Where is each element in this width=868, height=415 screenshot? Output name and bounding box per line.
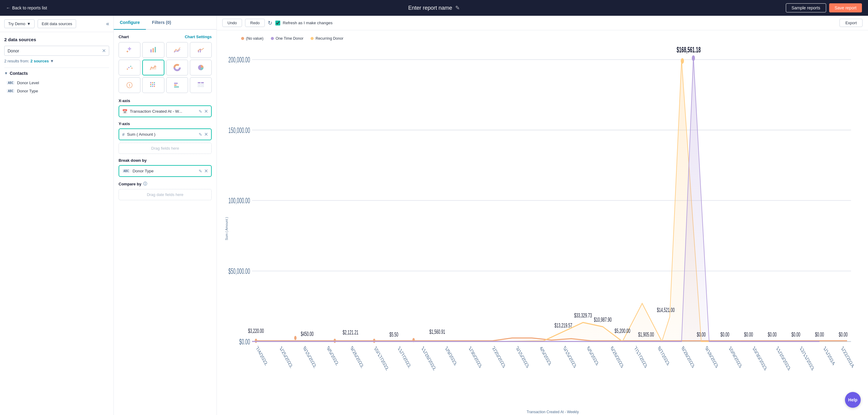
pie-chart-icon xyxy=(197,64,205,71)
y-axis-field-label: Sum ( Amount ) xyxy=(127,132,196,137)
x-axis-edit-icon[interactable]: ✎ xyxy=(199,109,202,114)
chart-type-line-stacked[interactable] xyxy=(166,42,188,58)
svg-rect-16 xyxy=(150,82,151,83)
chart-container: Sum ( Amount ) $200,000.00 $150,000.00 $… xyxy=(223,45,859,412)
chart-type-bar[interactable] xyxy=(142,42,164,58)
donor-level-field[interactable]: ABC Donor Level xyxy=(4,79,109,87)
undo-button[interactable]: Undo xyxy=(222,19,242,27)
donut-chart-icon xyxy=(174,64,181,71)
svg-text:6/5/2023: 6/5/2023 xyxy=(586,344,599,367)
chart-settings-link[interactable]: Chart Settings xyxy=(185,35,212,39)
edit-report-name-icon[interactable]: ✎ xyxy=(455,5,460,11)
svg-text:1/22/2024: 1/22/2024 xyxy=(841,344,855,369)
refresh-checkbox[interactable] xyxy=(275,21,280,26)
svg-rect-17 xyxy=(152,82,153,83)
tabs-bar: Configure Filters (0) xyxy=(114,16,217,30)
svg-text:$150,000.00: $150,000.00 xyxy=(228,126,250,134)
donor-type-field[interactable]: ABC Donor Type xyxy=(4,87,109,95)
chart-type-number[interactable]: 1 xyxy=(119,77,141,93)
x-axis-field-label: Transaction Created At - W... xyxy=(130,109,196,114)
breakdown-section: Break down by ABC Donor Type ✎ ✕ xyxy=(119,158,212,177)
back-link[interactable]: ← Back to reports list xyxy=(6,5,47,10)
svg-text:$14,521.00: $14,521.00 xyxy=(657,306,675,313)
calendar-icon: 📅 xyxy=(122,109,127,114)
sample-reports-button[interactable]: Sample reports xyxy=(786,3,826,12)
left-panel: Try Demo ▼ Edit data sources « 2 data so… xyxy=(0,16,114,415)
breakdown-label: Break down by xyxy=(119,158,212,163)
svg-text:$13,219.57: $13,219.57 xyxy=(554,322,572,328)
y-axis-remove-icon[interactable]: ✕ xyxy=(204,132,208,137)
svg-text:$450.00: $450.00 xyxy=(301,330,314,337)
y-axis-edit-icon[interactable]: ✎ xyxy=(199,132,202,137)
drag-fields-zone[interactable]: Drag fields here xyxy=(119,143,212,154)
svg-text:$100,000.00: $100,000.00 xyxy=(228,196,250,205)
horizontal-bar-icon xyxy=(174,81,181,89)
svg-text:$5,200.00: $5,200.00 xyxy=(615,327,630,335)
svg-point-47 xyxy=(334,339,336,343)
save-report-button[interactable]: Save report xyxy=(829,3,862,12)
chart-type-mixed[interactable] xyxy=(190,42,212,58)
svg-text:11/20/2023: 11/20/2023 xyxy=(775,344,791,372)
svg-text:3/15/2023: 3/15/2023 xyxy=(516,344,530,369)
chart-type-heatmap[interactable] xyxy=(142,77,164,93)
search-input[interactable] xyxy=(8,48,102,53)
search-box: ✕ xyxy=(4,46,109,56)
edit-data-sources-button[interactable]: Edit data sources xyxy=(38,20,76,28)
svg-rect-24 xyxy=(154,86,155,87)
chart-section-header: Chart Chart Settings xyxy=(119,35,212,39)
chart-type-area[interactable] xyxy=(142,60,164,75)
chart-type-bar-h[interactable] xyxy=(166,77,188,93)
collapse-panel-button[interactable]: « xyxy=(106,21,109,27)
chart-type-donut[interactable] xyxy=(166,60,188,75)
breakdown-remove-icon[interactable]: ✕ xyxy=(204,168,208,174)
top-nav: ← Back to reports list Enter report name… xyxy=(0,0,868,16)
svg-text:$0.00: $0.00 xyxy=(697,331,706,338)
help-button[interactable]: Help xyxy=(845,392,861,408)
magic-icon xyxy=(126,46,133,54)
refresh-checkbox-label[interactable]: Refresh as I make changes xyxy=(275,21,332,26)
tab-configure[interactable]: Configure xyxy=(114,16,146,30)
contacts-section-header[interactable]: ▼ Contacts xyxy=(4,71,109,76)
report-name-input[interactable]: Enter report name xyxy=(408,5,452,11)
search-clear-icon[interactable]: ✕ xyxy=(102,48,106,54)
back-arrow-icon: ← xyxy=(6,5,10,10)
number-chart-icon: 1 xyxy=(126,81,133,89)
report-title-area: Enter report name ✎ xyxy=(408,5,460,11)
svg-text:$0.00: $0.00 xyxy=(768,331,777,338)
breakdown-edit-icon[interactable]: ✎ xyxy=(199,169,202,174)
legend-no-value: (No value) xyxy=(241,36,264,41)
svg-text:10/17/2022: 10/17/2022 xyxy=(374,344,389,372)
svg-text:1/1/2024: 1/1/2024 xyxy=(823,344,835,367)
svg-point-8 xyxy=(131,68,132,69)
try-demo-button[interactable]: Try Demo ▼ xyxy=(4,20,35,28)
line-stacked-icon xyxy=(174,46,181,54)
svg-text:9/5/2022: 9/5/2022 xyxy=(326,344,339,367)
svg-point-53 xyxy=(692,56,695,61)
chart-svg: $200,000.00 $150,000.00 $100,000.00 $50,… xyxy=(228,45,859,412)
svg-text:$168,561.18: $168,561.18 xyxy=(677,45,701,54)
chart-type-pivot[interactable] xyxy=(190,77,212,93)
legend-no-value-label: (No value) xyxy=(246,36,264,41)
svg-rect-19 xyxy=(150,84,151,85)
svg-rect-32 xyxy=(198,86,200,87)
refresh-icon-button[interactable]: ↻ xyxy=(268,20,272,26)
x-axis-actions: ✎ ✕ xyxy=(199,108,208,114)
redo-button[interactable]: Redo xyxy=(245,19,265,27)
chart-type-pie[interactable] xyxy=(190,60,212,75)
svg-rect-21 xyxy=(154,84,155,85)
svg-text:9/26/2022: 9/26/2022 xyxy=(350,344,364,369)
chart-type-scatter[interactable] xyxy=(119,60,141,75)
left-toolbar: Try Demo ▼ Edit data sources « xyxy=(0,16,114,32)
svg-point-48 xyxy=(373,339,375,343)
svg-rect-18 xyxy=(154,82,155,83)
svg-text:11/7/2022: 11/7/2022 xyxy=(397,344,411,369)
sources-link[interactable]: 2 sources xyxy=(30,59,49,63)
breakdown-field: ABC Donor Type ✎ ✕ xyxy=(119,165,212,177)
drag-date-zone[interactable]: Drag date fields here xyxy=(119,189,212,200)
chart-type-magic[interactable] xyxy=(119,42,141,58)
x-axis-remove-icon[interactable]: ✕ xyxy=(204,108,208,114)
svg-text:1/25/2022: 1/25/2022 xyxy=(279,344,293,369)
tab-filters[interactable]: Filters (0) xyxy=(146,16,177,30)
middle-panel: Configure Filters (0) Chart Chart Settin… xyxy=(114,16,217,415)
export-button[interactable]: Export xyxy=(839,19,863,27)
